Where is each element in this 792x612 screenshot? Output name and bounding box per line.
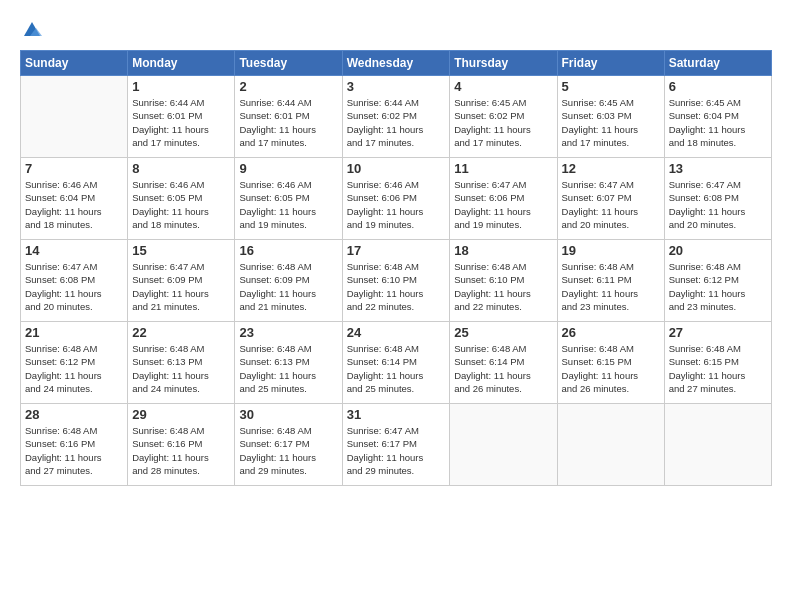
- calendar-cell: 31Sunrise: 6:47 AMSunset: 6:17 PMDayligh…: [342, 404, 450, 486]
- day-info: Sunrise: 6:46 AMSunset: 6:05 PMDaylight:…: [239, 178, 337, 231]
- week-row-2: 7Sunrise: 6:46 AMSunset: 6:04 PMDaylight…: [21, 158, 772, 240]
- day-info: Sunrise: 6:46 AMSunset: 6:04 PMDaylight:…: [25, 178, 123, 231]
- day-number: 19: [562, 243, 660, 258]
- day-number: 12: [562, 161, 660, 176]
- day-number: 5: [562, 79, 660, 94]
- day-info: Sunrise: 6:48 AMSunset: 6:10 PMDaylight:…: [454, 260, 552, 313]
- calendar-cell: 16Sunrise: 6:48 AMSunset: 6:09 PMDayligh…: [235, 240, 342, 322]
- day-info: Sunrise: 6:48 AMSunset: 6:09 PMDaylight:…: [239, 260, 337, 313]
- calendar-cell: [557, 404, 664, 486]
- day-info: Sunrise: 6:47 AMSunset: 6:08 PMDaylight:…: [25, 260, 123, 313]
- calendar: SundayMondayTuesdayWednesdayThursdayFrid…: [20, 50, 772, 486]
- calendar-cell: [664, 404, 771, 486]
- day-info: Sunrise: 6:48 AMSunset: 6:12 PMDaylight:…: [25, 342, 123, 395]
- day-info: Sunrise: 6:44 AMSunset: 6:01 PMDaylight:…: [132, 96, 230, 149]
- day-number: 26: [562, 325, 660, 340]
- day-number: 7: [25, 161, 123, 176]
- day-number: 15: [132, 243, 230, 258]
- week-row-4: 21Sunrise: 6:48 AMSunset: 6:12 PMDayligh…: [21, 322, 772, 404]
- calendar-cell: 2Sunrise: 6:44 AMSunset: 6:01 PMDaylight…: [235, 76, 342, 158]
- day-number: 30: [239, 407, 337, 422]
- day-number: 3: [347, 79, 446, 94]
- week-row-3: 14Sunrise: 6:47 AMSunset: 6:08 PMDayligh…: [21, 240, 772, 322]
- day-info: Sunrise: 6:48 AMSunset: 6:13 PMDaylight:…: [239, 342, 337, 395]
- day-number: 4: [454, 79, 552, 94]
- weekday-header-friday: Friday: [557, 51, 664, 76]
- day-info: Sunrise: 6:48 AMSunset: 6:16 PMDaylight:…: [25, 424, 123, 477]
- day-info: Sunrise: 6:46 AMSunset: 6:06 PMDaylight:…: [347, 178, 446, 231]
- day-number: 13: [669, 161, 767, 176]
- calendar-cell: 30Sunrise: 6:48 AMSunset: 6:17 PMDayligh…: [235, 404, 342, 486]
- day-number: 10: [347, 161, 446, 176]
- day-info: Sunrise: 6:45 AMSunset: 6:03 PMDaylight:…: [562, 96, 660, 149]
- day-info: Sunrise: 6:46 AMSunset: 6:05 PMDaylight:…: [132, 178, 230, 231]
- day-number: 17: [347, 243, 446, 258]
- day-number: 6: [669, 79, 767, 94]
- calendar-cell: 22Sunrise: 6:48 AMSunset: 6:13 PMDayligh…: [128, 322, 235, 404]
- day-number: 14: [25, 243, 123, 258]
- day-number: 1: [132, 79, 230, 94]
- day-number: 2: [239, 79, 337, 94]
- calendar-cell: 4Sunrise: 6:45 AMSunset: 6:02 PMDaylight…: [450, 76, 557, 158]
- day-info: Sunrise: 6:44 AMSunset: 6:01 PMDaylight:…: [239, 96, 337, 149]
- day-number: 22: [132, 325, 230, 340]
- day-info: Sunrise: 6:48 AMSunset: 6:14 PMDaylight:…: [347, 342, 446, 395]
- weekday-header-saturday: Saturday: [664, 51, 771, 76]
- day-info: Sunrise: 6:48 AMSunset: 6:17 PMDaylight:…: [239, 424, 337, 477]
- day-number: 18: [454, 243, 552, 258]
- day-number: 16: [239, 243, 337, 258]
- calendar-cell: 29Sunrise: 6:48 AMSunset: 6:16 PMDayligh…: [128, 404, 235, 486]
- weekday-header-thursday: Thursday: [450, 51, 557, 76]
- calendar-cell: 17Sunrise: 6:48 AMSunset: 6:10 PMDayligh…: [342, 240, 450, 322]
- calendar-cell: 13Sunrise: 6:47 AMSunset: 6:08 PMDayligh…: [664, 158, 771, 240]
- day-info: Sunrise: 6:48 AMSunset: 6:15 PMDaylight:…: [562, 342, 660, 395]
- day-info: Sunrise: 6:44 AMSunset: 6:02 PMDaylight:…: [347, 96, 446, 149]
- calendar-cell: 8Sunrise: 6:46 AMSunset: 6:05 PMDaylight…: [128, 158, 235, 240]
- weekday-header-row: SundayMondayTuesdayWednesdayThursdayFrid…: [21, 51, 772, 76]
- day-info: Sunrise: 6:47 AMSunset: 6:06 PMDaylight:…: [454, 178, 552, 231]
- day-number: 23: [239, 325, 337, 340]
- calendar-cell: 21Sunrise: 6:48 AMSunset: 6:12 PMDayligh…: [21, 322, 128, 404]
- day-number: 31: [347, 407, 446, 422]
- day-number: 25: [454, 325, 552, 340]
- calendar-cell: 9Sunrise: 6:46 AMSunset: 6:05 PMDaylight…: [235, 158, 342, 240]
- day-info: Sunrise: 6:47 AMSunset: 6:17 PMDaylight:…: [347, 424, 446, 477]
- weekday-header-wednesday: Wednesday: [342, 51, 450, 76]
- calendar-cell: [21, 76, 128, 158]
- calendar-cell: 25Sunrise: 6:48 AMSunset: 6:14 PMDayligh…: [450, 322, 557, 404]
- calendar-cell: 3Sunrise: 6:44 AMSunset: 6:02 PMDaylight…: [342, 76, 450, 158]
- day-number: 27: [669, 325, 767, 340]
- day-info: Sunrise: 6:45 AMSunset: 6:02 PMDaylight:…: [454, 96, 552, 149]
- calendar-cell: 12Sunrise: 6:47 AMSunset: 6:07 PMDayligh…: [557, 158, 664, 240]
- day-number: 9: [239, 161, 337, 176]
- day-info: Sunrise: 6:48 AMSunset: 6:12 PMDaylight:…: [669, 260, 767, 313]
- page: SundayMondayTuesdayWednesdayThursdayFrid…: [0, 0, 792, 612]
- header: [20, 20, 772, 40]
- logo: [20, 20, 42, 40]
- day-info: Sunrise: 6:45 AMSunset: 6:04 PMDaylight:…: [669, 96, 767, 149]
- day-info: Sunrise: 6:48 AMSunset: 6:16 PMDaylight:…: [132, 424, 230, 477]
- day-info: Sunrise: 6:48 AMSunset: 6:10 PMDaylight:…: [347, 260, 446, 313]
- weekday-header-monday: Monday: [128, 51, 235, 76]
- calendar-cell: 24Sunrise: 6:48 AMSunset: 6:14 PMDayligh…: [342, 322, 450, 404]
- calendar-cell: 14Sunrise: 6:47 AMSunset: 6:08 PMDayligh…: [21, 240, 128, 322]
- day-info: Sunrise: 6:47 AMSunset: 6:08 PMDaylight:…: [669, 178, 767, 231]
- day-info: Sunrise: 6:48 AMSunset: 6:13 PMDaylight:…: [132, 342, 230, 395]
- day-number: 20: [669, 243, 767, 258]
- calendar-cell: 26Sunrise: 6:48 AMSunset: 6:15 PMDayligh…: [557, 322, 664, 404]
- calendar-cell: 1Sunrise: 6:44 AMSunset: 6:01 PMDaylight…: [128, 76, 235, 158]
- calendar-cell: 19Sunrise: 6:48 AMSunset: 6:11 PMDayligh…: [557, 240, 664, 322]
- day-info: Sunrise: 6:47 AMSunset: 6:07 PMDaylight:…: [562, 178, 660, 231]
- day-info: Sunrise: 6:47 AMSunset: 6:09 PMDaylight:…: [132, 260, 230, 313]
- day-number: 21: [25, 325, 123, 340]
- week-row-5: 28Sunrise: 6:48 AMSunset: 6:16 PMDayligh…: [21, 404, 772, 486]
- calendar-cell: 11Sunrise: 6:47 AMSunset: 6:06 PMDayligh…: [450, 158, 557, 240]
- calendar-cell: 28Sunrise: 6:48 AMSunset: 6:16 PMDayligh…: [21, 404, 128, 486]
- calendar-cell: 5Sunrise: 6:45 AMSunset: 6:03 PMDaylight…: [557, 76, 664, 158]
- day-info: Sunrise: 6:48 AMSunset: 6:11 PMDaylight:…: [562, 260, 660, 313]
- calendar-cell: 15Sunrise: 6:47 AMSunset: 6:09 PMDayligh…: [128, 240, 235, 322]
- day-number: 24: [347, 325, 446, 340]
- calendar-cell: 10Sunrise: 6:46 AMSunset: 6:06 PMDayligh…: [342, 158, 450, 240]
- day-number: 28: [25, 407, 123, 422]
- calendar-cell: 18Sunrise: 6:48 AMSunset: 6:10 PMDayligh…: [450, 240, 557, 322]
